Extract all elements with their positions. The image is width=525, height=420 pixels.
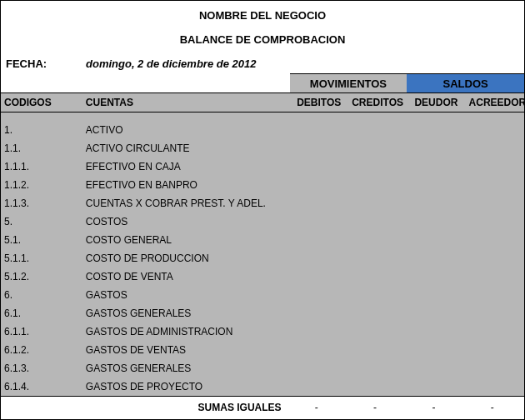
cell-amount bbox=[466, 176, 524, 194]
col-creditos: CREDITOS bbox=[348, 93, 407, 112]
table-row: 1.1.2.EFECTIVO EN BANPRO bbox=[1, 176, 524, 194]
cell-amount bbox=[466, 304, 524, 322]
cell-amount bbox=[407, 158, 465, 176]
table-row: 6.1.1.GASTOS DE ADMINISTRACION bbox=[1, 322, 524, 341]
table-row: 5.1.2.COSTO DE VENTA bbox=[1, 268, 524, 286]
cell-amount bbox=[466, 286, 524, 304]
table-row: 6.1.4.GASTOS DE PROYECTO bbox=[1, 378, 524, 397]
cell-amount bbox=[290, 249, 348, 268]
cell-amount bbox=[407, 341, 465, 359]
cell-amount bbox=[348, 176, 407, 194]
cell-account: GASTOS bbox=[82, 286, 290, 304]
cell-account: COSTO DE PRODUCCION bbox=[82, 249, 290, 268]
cell-amount bbox=[407, 121, 465, 139]
table-row: 1.1.3.CUENTAS X COBRAR PREST. Y ADEL. bbox=[1, 194, 524, 212]
cell-amount bbox=[407, 231, 465, 249]
date-label: FECHA: bbox=[4, 58, 86, 70]
cell-amount bbox=[348, 249, 407, 268]
total-creditos: - bbox=[348, 397, 407, 419]
cell-amount bbox=[290, 359, 348, 378]
cell-amount bbox=[290, 378, 348, 397]
cell-amount bbox=[348, 121, 407, 139]
cell-amount bbox=[466, 121, 524, 139]
cell-amount bbox=[290, 268, 348, 286]
cell-amount bbox=[348, 139, 407, 158]
header-group-row: MOVIMIENTOS SALDOS bbox=[1, 74, 524, 93]
cell-amount bbox=[290, 341, 348, 359]
cell-amount bbox=[290, 176, 348, 194]
cell-amount bbox=[348, 341, 407, 359]
cell-code: 1.1.1. bbox=[1, 158, 82, 176]
header-movimientos: MOVIMIENTOS bbox=[290, 74, 408, 93]
total-debitos: - bbox=[290, 397, 348, 419]
cell-amount bbox=[407, 268, 465, 286]
cell-account: GASTOS DE ADMINISTRACION bbox=[82, 322, 290, 341]
total-deudor: - bbox=[407, 397, 465, 419]
table-row: 5.1.1.COSTO DE PRODUCCION bbox=[1, 249, 524, 268]
cell-amount bbox=[290, 304, 348, 322]
cell-amount bbox=[466, 212, 524, 231]
spacer-row bbox=[1, 112, 524, 122]
cell-code: 5. bbox=[1, 212, 82, 231]
cell-amount bbox=[290, 121, 348, 139]
cell-amount bbox=[466, 194, 524, 212]
cell-account: GASTOS DE PROYECTO bbox=[82, 378, 290, 397]
cell-amount bbox=[290, 231, 348, 249]
cell-code: 1.1.2. bbox=[1, 176, 82, 194]
cell-amount bbox=[407, 176, 465, 194]
cell-code: 1.1.3. bbox=[1, 194, 82, 212]
cell-amount bbox=[348, 212, 407, 231]
cell-account: ACTIVO bbox=[82, 121, 290, 139]
cell-amount bbox=[407, 322, 465, 341]
cell-amount bbox=[466, 359, 524, 378]
cell-amount bbox=[290, 322, 348, 341]
cell-amount bbox=[348, 322, 407, 341]
cell-amount bbox=[348, 304, 407, 322]
cell-account: CUENTAS X COBRAR PREST. Y ADEL. bbox=[82, 194, 290, 212]
cell-amount bbox=[407, 304, 465, 322]
balance-table: MOVIMIENTOS SALDOS CODIGOS CUENTAS DEBIT… bbox=[1, 73, 524, 418]
cell-amount bbox=[348, 268, 407, 286]
col-debitos: DEBITOS bbox=[290, 93, 348, 112]
cell-code: 6.1.4. bbox=[1, 378, 82, 397]
report-title: BALANCE DE COMPROBACION bbox=[1, 22, 524, 54]
cell-amount bbox=[290, 139, 348, 158]
table-row: 1.1.1.EFECTIVO EN CAJA bbox=[1, 158, 524, 176]
cell-code: 1. bbox=[1, 121, 82, 139]
cell-account: EFECTIVO EN CAJA bbox=[82, 158, 290, 176]
table-row: 1.1.ACTIVO CIRCULANTE bbox=[1, 139, 524, 158]
business-name: NOMBRE DEL NEGOCIO bbox=[1, 1, 524, 22]
cell-amount bbox=[348, 194, 407, 212]
cell-code: 6.1.2. bbox=[1, 341, 82, 359]
cell-amount bbox=[407, 249, 465, 268]
table-row: 5.COSTOS bbox=[1, 212, 524, 231]
trial-balance-sheet: NOMBRE DEL NEGOCIO BALANCE DE COMPROBACI… bbox=[0, 0, 525, 420]
cell-amount bbox=[348, 359, 407, 378]
cell-code: 5.1.2. bbox=[1, 268, 82, 286]
cell-account: ACTIVO CIRCULANTE bbox=[82, 139, 290, 158]
cell-amount bbox=[290, 286, 348, 304]
cell-amount bbox=[466, 268, 524, 286]
table-row: 1.ACTIVO bbox=[1, 121, 524, 139]
cell-amount bbox=[466, 158, 524, 176]
cell-code: 6.1.3. bbox=[1, 359, 82, 378]
cell-amount bbox=[466, 231, 524, 249]
cell-account: COSTO GENERAL bbox=[82, 231, 290, 249]
totals-label: SUMAS IGUALES bbox=[1, 397, 290, 419]
cell-amount bbox=[348, 231, 407, 249]
cell-amount bbox=[407, 378, 465, 397]
cell-amount bbox=[290, 158, 348, 176]
header-blank bbox=[1, 74, 290, 93]
cell-amount bbox=[466, 341, 524, 359]
table-row: 6.1.GASTOS GENERALES bbox=[1, 304, 524, 322]
cell-code: 6. bbox=[1, 286, 82, 304]
table-row: 6.GASTOS bbox=[1, 286, 524, 304]
cell-code: 6.1.1. bbox=[1, 322, 82, 341]
cell-amount bbox=[348, 378, 407, 397]
cell-amount bbox=[407, 139, 465, 158]
cell-amount bbox=[407, 286, 465, 304]
cell-amount bbox=[348, 158, 407, 176]
col-deudor: DEUDOR bbox=[407, 93, 465, 112]
cell-amount bbox=[348, 286, 407, 304]
cell-code: 5.1.1. bbox=[1, 249, 82, 268]
